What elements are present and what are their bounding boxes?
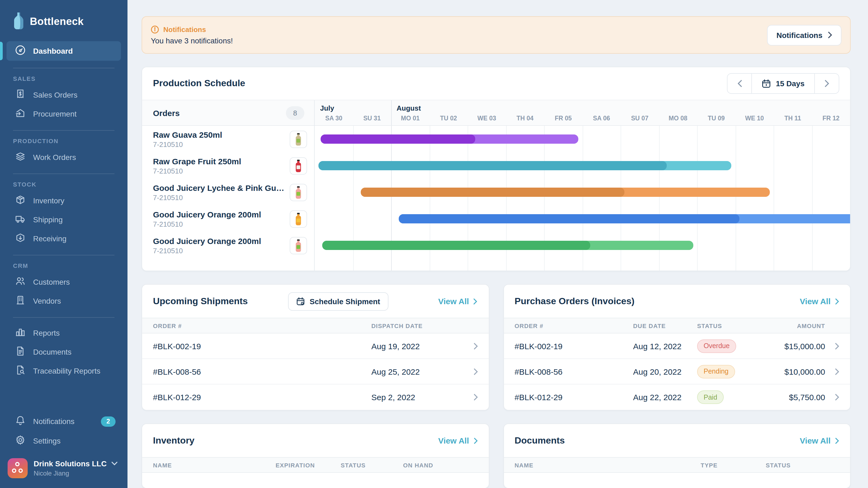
shipment-dispatch-date: Sep 2, 2022 [371,393,464,402]
gantt-bar-progress [399,214,739,223]
company-avatar [8,458,28,478]
sidebar-item-notifications[interactable]: Notifications 2 [0,412,127,431]
inventory-view-all-link[interactable]: View All [438,436,478,445]
row-chevron[interactable] [825,368,839,375]
schedule-title: Production Schedule [153,78,245,89]
receipt-icon [15,89,26,101]
range-prev-button[interactable] [727,74,751,93]
shipment-row[interactable]: #BLK-012-29Sep 2, 2022 [142,384,489,410]
sidebar-item-traceability-reports[interactable]: Traceability Reports [0,361,127,380]
sidebar-item-label: Documents [33,347,72,356]
schedule-shipment-button[interactable]: Schedule Shipment [288,292,389,311]
order-row[interactable]: Good Juicery Orange 200ml7-210510 [142,205,314,232]
sidebar-divider [13,130,115,131]
row-chevron[interactable] [464,343,478,350]
order-info: Good Juicery Lychee & Pink Guava...7-210… [153,183,286,201]
po-order-number: #BLK-008-56 [515,367,633,376]
status-badge: Pending [697,365,735,378]
month-divider [391,100,392,125]
row-chevron[interactable] [464,368,478,375]
account-switcher[interactable]: Drink Solutions LLC Nicole Jiang [0,451,127,478]
sidebar-item-reports[interactable]: Reports [0,323,127,342]
range-selector-button[interactable]: 15 Days [751,74,815,93]
order-row[interactable]: Good Juicery Lychee & Pink Guava...7-210… [142,179,314,205]
sidebar-item-sales-orders[interactable]: Sales Orders [0,85,127,104]
active-accent-bar [0,42,3,60]
purchase-order-row[interactable]: #BLK-008-56Aug 20, 2022Pending$10,000.00 [504,359,850,384]
product-thumbnail [290,157,307,174]
col-dispatch-date: DISPATCH DATE [371,322,464,329]
app-logo: Bottleneck [0,0,127,31]
sidebar-item-vendors[interactable]: Vendors [0,291,127,310]
row-chevron[interactable] [464,394,478,401]
order-row[interactable]: Raw Grape Fruit 250ml7-210510 [142,152,314,179]
gear-icon [15,435,26,447]
gantt-bar[interactable] [322,241,693,250]
gantt-bar[interactable] [399,214,850,223]
sidebar-item-label: Procurement [33,109,76,118]
sidebar-item-dashboard[interactable]: Dashboard [6,41,121,61]
row-chevron[interactable] [825,394,839,401]
sidebar-item-settings[interactable]: Settings [0,431,127,451]
purchase-order-row[interactable]: #BLK-012-29Aug 22, 2022Paid$5,750.00 [504,384,850,410]
po-order-number: #BLK-002-19 [515,341,633,351]
bell-icon [15,415,26,427]
building-icon [15,295,26,306]
col-on-hand: ON HAND [403,462,478,468]
po-status-cell: Overdue [697,339,758,353]
notifications-button[interactable]: Notifications [767,25,841,45]
chevron-right-icon [828,31,832,38]
sidebar-item-customers[interactable]: Customers [0,272,127,291]
gantt-gridline [812,126,812,270]
sidebar-item-documents[interactable]: Documents [0,342,127,361]
sidebar-section-label: SALES [13,75,127,82]
shipment-row[interactable]: #BLK-008-56Aug 25, 2022 [142,359,489,384]
col-status: STATUS [766,462,839,468]
purchase-orders-view-all-link[interactable]: View All [800,297,839,306]
shipment-order-number: #BLK-002-19 [153,341,371,351]
gantt-bar-progress [322,241,590,250]
chevron-right-icon [473,343,478,350]
info-icon [151,25,159,33]
orders-header: Orders [153,108,180,118]
production-schedule-card: Production Schedule 15 Days [142,67,850,271]
documents-view-all-link[interactable]: View All [800,436,839,445]
sidebar-item-work-orders[interactable]: Work Orders [0,148,127,166]
gantt-gridline [774,126,774,270]
gantt-day-label: MO 01 [391,115,429,122]
sidebar-item-receiving[interactable]: Receiving [0,229,127,248]
sidebar-item-inventory[interactable]: Inventory [0,191,127,210]
chevron-left-icon [737,80,742,87]
range-next-button[interactable] [815,74,839,93]
gantt-bar[interactable] [361,188,770,197]
sidebar-section-label: STOCK [13,181,127,188]
gantt-bar[interactable] [318,161,732,170]
bottle-icon [295,239,302,252]
shipment-row[interactable]: #BLK-002-19Aug 19, 2022 [142,333,489,359]
product-thumbnail [290,130,307,148]
inventory-card: Inventory View All NAMEEXPIRATIONSTATUSO… [142,423,489,488]
sidebar-section-label: CRM [13,262,127,269]
order-row[interactable]: Raw Guava 250ml7-210510 [142,126,314,152]
gantt-bar-progress [320,134,475,144]
row-chevron[interactable] [825,343,839,350]
shipments-view-all-link[interactable]: View All [438,297,478,306]
orders-count-badge: 8 [286,106,304,120]
purchase-order-row[interactable]: #BLK-002-19Aug 12, 2022Overdue$15,000.00 [504,333,850,359]
gantt-bar[interactable] [320,134,579,144]
col-expiration: EXPIRATION [276,462,341,468]
sidebar-item-label: Reports [33,328,60,337]
gantt-chart: JulyAugustSA 30SU 31MO 01TU 02WE 03TH 04… [315,100,850,270]
sidebar-item-procurement[interactable]: Procurement [0,104,127,123]
col-order-number: ORDER # [153,322,371,329]
gantt-day-label: FR 12 [812,115,850,122]
date-range-control: 15 Days [727,73,839,94]
upcoming-shipments-card: Upcoming Shipments Schedule Shipment Vie… [142,284,489,411]
app-title: Bottleneck [30,16,84,28]
bottle-icon [295,212,302,225]
order-name: Good Juicery Lychee & Pink Guava... [153,183,286,192]
order-row[interactable]: Good Juicery Orange 200ml7-210510 [142,232,314,259]
shipment-dispatch-date: Aug 25, 2022 [371,367,464,376]
sidebar-item-shipping[interactable]: Shipping [0,210,127,229]
order-name: Good Juicery Orange 200ml [153,236,261,246]
